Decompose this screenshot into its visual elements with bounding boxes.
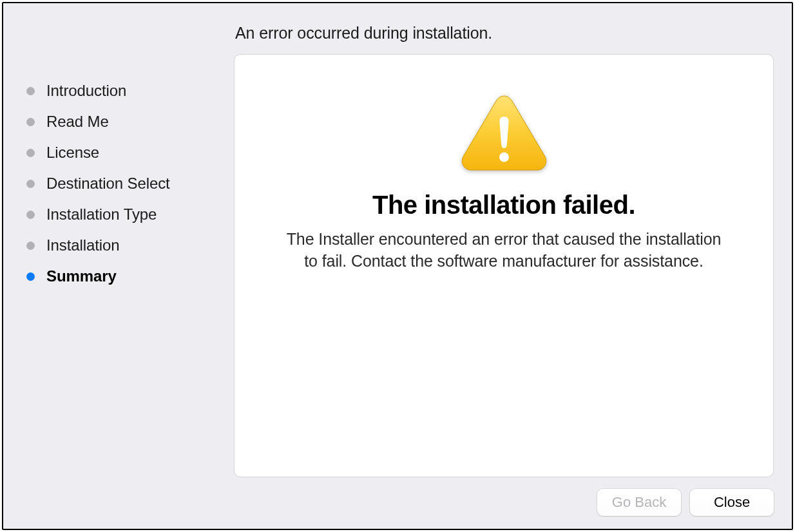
close-button[interactable]: Close xyxy=(690,489,774,516)
step-label: Installation xyxy=(46,236,120,254)
step-dot-icon xyxy=(26,180,35,188)
warning-icon xyxy=(457,92,551,173)
step-dot-icon xyxy=(26,242,35,250)
step-destination-select: Destination Select xyxy=(21,168,221,199)
step-dot-icon xyxy=(26,211,35,219)
step-label: Read Me xyxy=(46,113,109,131)
step-dot-icon xyxy=(26,149,35,157)
step-label: Installation Type xyxy=(46,205,157,223)
installer-steps-sidebar: Introduction Read Me License Destination… xyxy=(21,16,221,477)
step-label: License xyxy=(46,144,99,162)
step-label: Summary xyxy=(46,267,117,285)
step-installation-type: Installation Type xyxy=(21,199,221,230)
installer-window: Introduction Read Me License Destination… xyxy=(2,2,793,530)
step-label: Introduction xyxy=(46,82,126,100)
summary-panel: The installation failed. The Installer e… xyxy=(234,54,774,477)
failure-title: The installation failed. xyxy=(372,191,635,220)
step-label: Destination Select xyxy=(46,175,170,193)
step-dot-icon xyxy=(26,272,35,281)
step-summary: Summary xyxy=(21,261,221,292)
footer-buttons: Go Back Close xyxy=(3,477,792,529)
go-back-button: Go Back xyxy=(597,489,681,516)
step-license: License xyxy=(21,137,221,168)
step-dot-icon xyxy=(26,118,35,126)
step-introduction: Introduction xyxy=(21,75,221,106)
page-title: An error occurred during installation. xyxy=(234,16,774,54)
main-content: An error occurred during installation. xyxy=(234,16,774,477)
svg-point-0 xyxy=(499,153,509,162)
step-read-me: Read Me xyxy=(21,106,221,137)
step-dot-icon xyxy=(26,87,35,95)
failure-description: The Installer encountered an error that … xyxy=(285,229,723,272)
step-installation: Installation xyxy=(21,230,221,261)
body-area: Introduction Read Me License Destination… xyxy=(3,3,792,477)
